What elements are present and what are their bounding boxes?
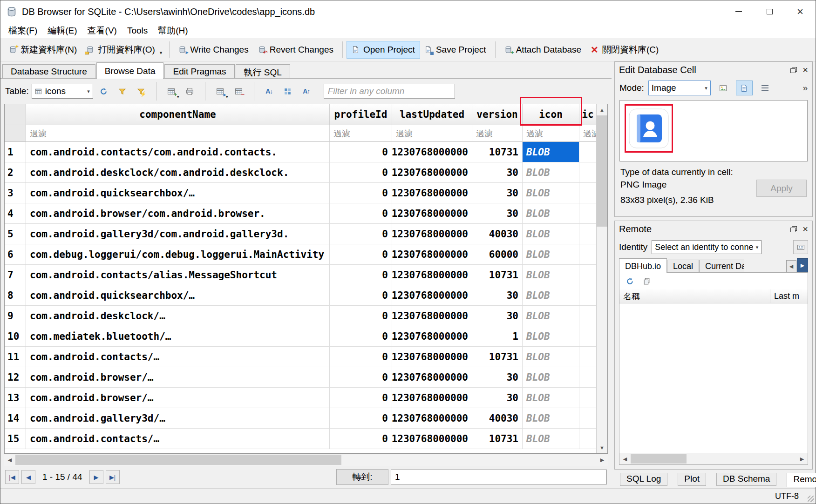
row-number-cell[interactable]: 9 bbox=[5, 306, 26, 326]
cell-icon-blob[interactable]: BLOB bbox=[523, 306, 579, 326]
cell-icon-blob[interactable]: BLOB bbox=[523, 203, 579, 224]
cell-componentname[interactable]: com.android.browser/… bbox=[26, 367, 330, 388]
cell-overflow[interactable] bbox=[579, 347, 596, 367]
sort-descending-button[interactable]: A↑ bbox=[299, 84, 314, 99]
cell-icon-blob[interactable]: BLOB bbox=[523, 326, 579, 347]
cell-componentname[interactable]: com.android.browser/… bbox=[26, 388, 330, 408]
tab-scroll-right-button[interactable]: ▶ bbox=[797, 258, 808, 272]
scroll-right-button[interactable]: ▶ bbox=[796, 456, 808, 462]
row-number-cell[interactable]: 13 bbox=[5, 388, 26, 408]
filter-input-overflow[interactable]: 過濾 bbox=[579, 125, 596, 142]
delete-record-button[interactable]: − bbox=[231, 84, 247, 99]
tab-current-database[interactable]: Current Dat bbox=[699, 260, 744, 272]
cell-componentname[interactable]: com.android.contacts/… bbox=[26, 429, 330, 449]
resize-grip[interactable] bbox=[808, 496, 814, 502]
filter-options-button[interactable]: ⚡ bbox=[133, 84, 149, 99]
cell-componentname[interactable]: com.mediatek.bluetooth/… bbox=[26, 326, 330, 347]
cell-componentname[interactable]: com.android.contacts/com.android.contact… bbox=[26, 142, 330, 162]
cell-version[interactable]: 40030 bbox=[472, 224, 523, 244]
cell-icon-blob[interactable]: BLOB bbox=[523, 142, 579, 162]
goto-input[interactable] bbox=[391, 470, 607, 484]
row-number-cell[interactable]: 12 bbox=[5, 367, 26, 388]
cell-overflow[interactable] bbox=[579, 388, 596, 408]
column-header-lastupdated[interactable]: lastUpdated bbox=[392, 104, 472, 125]
cell-overflow[interactable] bbox=[579, 326, 596, 347]
menu-view[interactable]: 查看(V) bbox=[82, 24, 122, 38]
cell-icon-blob[interactable]: BLOB bbox=[523, 285, 579, 306]
cell-componentname[interactable]: com.android.deskclock/com.android.deskcl… bbox=[26, 162, 330, 183]
cell-profileid[interactable]: 0 bbox=[330, 224, 392, 244]
cell-icon-blob[interactable]: BLOB bbox=[523, 429, 579, 449]
cell-lastupdated[interactable]: 1230768000000 bbox=[392, 244, 472, 265]
remote-scroll-thumb[interactable] bbox=[631, 454, 687, 464]
filter-input-componentname[interactable]: 過濾 bbox=[26, 125, 330, 142]
cell-profileid[interactable]: 0 bbox=[330, 244, 392, 265]
cell-icon-blob[interactable]: BLOB bbox=[523, 224, 579, 244]
cell-icon-blob[interactable]: BLOB bbox=[523, 162, 579, 183]
cell-lastupdated[interactable]: 1230768000000 bbox=[392, 285, 472, 306]
new-database-button[interactable]: + 新建資料庫(N) bbox=[4, 40, 82, 59]
import-data-button[interactable] bbox=[715, 81, 732, 95]
grid-corner-cell[interactable] bbox=[5, 104, 26, 125]
cell-profileid[interactable]: 0 bbox=[330, 265, 392, 285]
row-number-cell[interactable]: 15 bbox=[5, 429, 26, 449]
column-header-icon[interactable]: icon bbox=[523, 104, 579, 125]
cell-profileid[interactable]: 0 bbox=[330, 306, 392, 326]
menu-edit[interactable]: 編輯(E) bbox=[42, 24, 82, 38]
mode-select[interactable]: Image ▾ bbox=[648, 81, 711, 95]
last-record-button[interactable]: ▶| bbox=[106, 470, 120, 484]
cell-version[interactable]: 30 bbox=[472, 183, 523, 203]
undock-panel-icon[interactable] bbox=[790, 67, 797, 73]
duplicate-record-button[interactable]: ▸ ▾ bbox=[212, 84, 228, 99]
cell-icon-blob[interactable]: BLOB bbox=[523, 244, 579, 265]
filter-input-profileid[interactable]: 過濾 bbox=[330, 125, 392, 142]
new-record-button[interactable]: + ▾ bbox=[163, 84, 179, 99]
cell-lastupdated[interactable]: 1230768000000 bbox=[392, 142, 472, 162]
menu-tools[interactable]: Tools bbox=[122, 25, 153, 37]
horizontal-scroll-thumb[interactable] bbox=[15, 455, 341, 465]
filter-input-version[interactable]: 過濾 bbox=[472, 125, 523, 142]
row-number-cell[interactable]: 2 bbox=[5, 162, 26, 183]
cell-overflow[interactable] bbox=[579, 162, 596, 183]
tab-local[interactable]: Local bbox=[667, 260, 699, 272]
cell-version[interactable]: 30 bbox=[472, 203, 523, 224]
display-format-button[interactable] bbox=[280, 84, 296, 99]
cell-overflow[interactable] bbox=[579, 203, 596, 224]
cell-overflow[interactable] bbox=[579, 285, 596, 306]
cell-profileid[interactable]: 0 bbox=[330, 162, 392, 183]
column-header-componentname[interactable]: componentName bbox=[26, 104, 330, 125]
row-number-cell[interactable]: 3 bbox=[5, 183, 26, 203]
cell-overflow[interactable] bbox=[579, 183, 596, 203]
text-view-button[interactable] bbox=[736, 81, 753, 95]
row-number-cell[interactable]: 10 bbox=[5, 326, 26, 347]
cell-lastupdated[interactable]: 1230768000000 bbox=[392, 183, 472, 203]
attach-database-button[interactable]: + Attach Database bbox=[500, 41, 586, 58]
cell-componentname[interactable]: com.android.contacts/alias.MessageShortc… bbox=[26, 265, 330, 285]
first-record-button[interactable]: |◀ bbox=[5, 470, 19, 484]
cell-lastupdated[interactable]: 1230768000000 bbox=[392, 347, 472, 367]
cell-profileid[interactable]: 0 bbox=[330, 203, 392, 224]
cell-icon-blob[interactable]: BLOB bbox=[523, 183, 579, 203]
vertical-scroll-track[interactable] bbox=[597, 227, 607, 442]
cell-lastupdated[interactable]: 1230768000000 bbox=[392, 429, 472, 449]
column-header-version[interactable]: version bbox=[472, 104, 523, 125]
open-database-menu-caret[interactable]: ▾ bbox=[160, 42, 165, 57]
cell-lastupdated[interactable]: 1230768000000 bbox=[392, 162, 472, 183]
tab-browse-data[interactable]: Browse Data bbox=[96, 62, 164, 79]
menu-file[interactable]: 檔案(F) bbox=[3, 24, 42, 38]
cell-profileid[interactable]: 0 bbox=[330, 285, 392, 306]
cell-icon-blob[interactable]: BLOB bbox=[523, 408, 579, 429]
minimize-button[interactable] bbox=[723, 0, 754, 23]
word-wrap-button[interactable] bbox=[757, 81, 774, 95]
close-panel-icon[interactable]: × bbox=[802, 65, 808, 74]
scroll-right-button[interactable]: ▶ bbox=[597, 457, 608, 463]
row-number-cell[interactable]: 14 bbox=[5, 408, 26, 429]
toolbar-overflow-chevron[interactable]: » bbox=[802, 83, 808, 93]
remote-column-header-last-modified[interactable]: Last m bbox=[770, 289, 808, 303]
cell-overflow[interactable] bbox=[579, 429, 596, 449]
tab-scroll-left-button[interactable]: ◀ bbox=[786, 260, 796, 272]
cell-componentname[interactable]: com.android.gallery3d/… bbox=[26, 408, 330, 429]
cell-version[interactable]: 30 bbox=[472, 367, 523, 388]
cell-profileid[interactable]: 0 bbox=[330, 142, 392, 162]
cell-profileid[interactable]: 0 bbox=[330, 429, 392, 449]
